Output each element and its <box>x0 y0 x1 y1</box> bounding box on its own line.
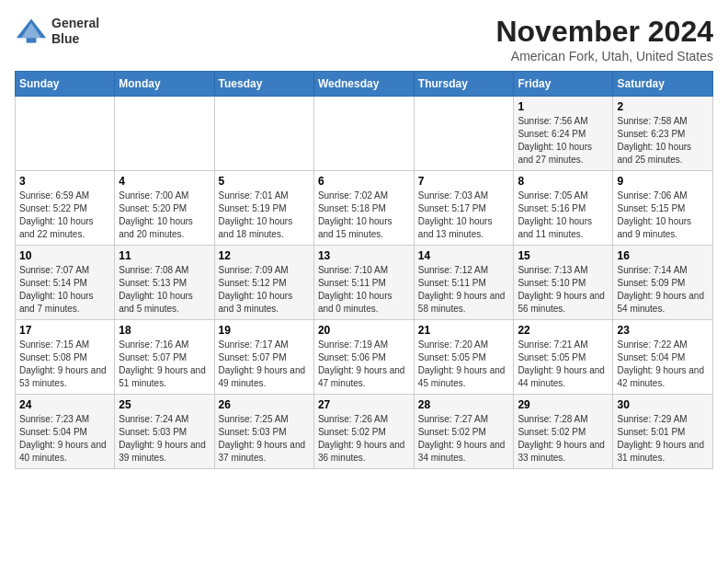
day-number: 26 <box>219 398 310 411</box>
location-title: American Fork, Utah, United States <box>495 49 713 63</box>
calendar-week-2: 3Sunrise: 6:59 AM Sunset: 5:22 PM Daylig… <box>16 171 713 246</box>
day-info: Sunrise: 7:28 AM Sunset: 5:02 PM Dayligh… <box>518 413 609 465</box>
calendar-cell: 20Sunrise: 7:19 AM Sunset: 5:06 PM Dayli… <box>313 320 414 395</box>
day-info: Sunrise: 7:03 AM Sunset: 5:17 PM Dayligh… <box>418 190 510 241</box>
calendar-cell: 8Sunrise: 7:05 AM Sunset: 5:16 PM Daylig… <box>514 171 613 246</box>
calendar-cell: 29Sunrise: 7:28 AM Sunset: 5:02 PM Dayli… <box>514 395 613 469</box>
day-info: Sunrise: 7:21 AM Sunset: 5:05 PM Dayligh… <box>518 339 609 390</box>
day-number: 28 <box>418 398 510 411</box>
day-info: Sunrise: 7:13 AM Sunset: 5:10 PM Dayligh… <box>518 264 609 316</box>
day-info: Sunrise: 7:27 AM Sunset: 5:02 PM Dayligh… <box>418 413 510 465</box>
calendar-cell: 9Sunrise: 7:06 AM Sunset: 5:15 PM Daylig… <box>613 171 713 246</box>
day-info: Sunrise: 7:29 AM Sunset: 5:01 PM Dayligh… <box>617 413 709 465</box>
calendar-cell: 6Sunrise: 7:02 AM Sunset: 5:18 PM Daylig… <box>313 171 414 246</box>
day-info: Sunrise: 7:19 AM Sunset: 5:06 PM Dayligh… <box>318 339 410 390</box>
day-info: Sunrise: 7:16 AM Sunset: 5:07 PM Dayligh… <box>119 339 210 390</box>
day-number: 22 <box>518 324 609 337</box>
day-number: 27 <box>318 398 410 411</box>
calendar-cell: 27Sunrise: 7:26 AM Sunset: 5:02 PM Dayli… <box>313 395 414 469</box>
day-number: 23 <box>617 324 709 337</box>
day-number: 29 <box>518 398 609 411</box>
day-number: 5 <box>219 175 310 188</box>
weekday-header-sunday: Sunday <box>16 72 115 97</box>
calendar-cell: 13Sunrise: 7:10 AM Sunset: 5:11 PM Dayli… <box>313 246 414 320</box>
calendar-cell <box>115 97 214 171</box>
weekday-header-monday: Monday <box>115 72 214 97</box>
day-info: Sunrise: 6:59 AM Sunset: 5:22 PM Dayligh… <box>19 190 110 241</box>
day-number: 9 <box>617 175 709 188</box>
day-info: Sunrise: 7:05 AM Sunset: 5:16 PM Dayligh… <box>518 190 609 241</box>
day-info: Sunrise: 7:20 AM Sunset: 5:05 PM Dayligh… <box>418 339 510 390</box>
calendar-week-5: 24Sunrise: 7:23 AM Sunset: 5:04 PM Dayli… <box>16 395 713 469</box>
calendar-cell: 16Sunrise: 7:14 AM Sunset: 5:09 PM Dayli… <box>613 246 713 320</box>
weekday-header-wednesday: Wednesday <box>313 72 414 97</box>
day-number: 18 <box>119 324 210 337</box>
calendar-cell: 4Sunrise: 7:00 AM Sunset: 5:20 PM Daylig… <box>115 171 214 246</box>
calendar-cell: 24Sunrise: 7:23 AM Sunset: 5:04 PM Dayli… <box>16 395 115 469</box>
calendar-cell: 19Sunrise: 7:17 AM Sunset: 5:07 PM Dayli… <box>214 320 313 395</box>
day-info: Sunrise: 7:12 AM Sunset: 5:11 PM Dayligh… <box>418 264 510 316</box>
day-number: 6 <box>318 175 410 188</box>
day-info: Sunrise: 7:09 AM Sunset: 5:12 PM Dayligh… <box>219 264 310 316</box>
calendar-cell: 26Sunrise: 7:25 AM Sunset: 5:03 PM Dayli… <box>214 395 313 469</box>
day-info: Sunrise: 7:00 AM Sunset: 5:20 PM Dayligh… <box>119 190 210 241</box>
calendar-cell <box>16 97 115 171</box>
day-number: 13 <box>318 249 410 262</box>
calendar-cell: 23Sunrise: 7:22 AM Sunset: 5:04 PM Dayli… <box>613 320 713 395</box>
weekday-header-tuesday: Tuesday <box>214 72 313 97</box>
day-info: Sunrise: 7:25 AM Sunset: 5:03 PM Dayligh… <box>219 413 310 465</box>
calendar-cell <box>214 97 313 171</box>
day-info: Sunrise: 7:17 AM Sunset: 5:07 PM Dayligh… <box>219 339 310 390</box>
day-info: Sunrise: 7:26 AM Sunset: 5:02 PM Dayligh… <box>318 413 410 465</box>
calendar-cell: 22Sunrise: 7:21 AM Sunset: 5:05 PM Dayli… <box>514 320 613 395</box>
day-number: 4 <box>119 175 210 188</box>
day-number: 24 <box>19 398 110 411</box>
day-number: 19 <box>219 324 310 337</box>
day-number: 16 <box>617 249 709 262</box>
calendar-cell: 7Sunrise: 7:03 AM Sunset: 5:17 PM Daylig… <box>414 171 514 246</box>
day-info: Sunrise: 7:22 AM Sunset: 5:04 PM Dayligh… <box>617 339 709 390</box>
calendar-week-3: 10Sunrise: 7:07 AM Sunset: 5:14 PM Dayli… <box>16 246 713 320</box>
calendar-cell: 30Sunrise: 7:29 AM Sunset: 5:01 PM Dayli… <box>613 395 713 469</box>
logo-text: General Blue <box>51 16 99 47</box>
calendar-cell: 25Sunrise: 7:24 AM Sunset: 5:03 PM Dayli… <box>115 395 214 469</box>
day-number: 1 <box>518 100 609 113</box>
day-number: 30 <box>617 398 709 411</box>
calendar-cell: 10Sunrise: 7:07 AM Sunset: 5:14 PM Dayli… <box>16 246 115 320</box>
calendar-cell: 5Sunrise: 7:01 AM Sunset: 5:19 PM Daylig… <box>214 171 313 246</box>
day-number: 10 <box>19 249 110 262</box>
calendar-table: SundayMondayTuesdayWednesdayThursdayFrid… <box>15 71 713 469</box>
day-info: Sunrise: 7:10 AM Sunset: 5:11 PM Dayligh… <box>318 264 410 316</box>
svg-rect-3 <box>27 38 37 42</box>
day-info: Sunrise: 7:56 AM Sunset: 6:24 PM Dayligh… <box>518 115 609 167</box>
day-info: Sunrise: 7:23 AM Sunset: 5:04 PM Dayligh… <box>19 413 110 465</box>
calendar-cell <box>313 97 414 171</box>
day-number: 2 <box>617 100 709 113</box>
calendar-week-4: 17Sunrise: 7:15 AM Sunset: 5:08 PM Dayli… <box>16 320 713 395</box>
day-number: 17 <box>19 324 110 337</box>
day-info: Sunrise: 7:15 AM Sunset: 5:08 PM Dayligh… <box>19 339 110 390</box>
weekday-header-friday: Friday <box>514 72 613 97</box>
day-info: Sunrise: 7:14 AM Sunset: 5:09 PM Dayligh… <box>617 264 709 316</box>
day-number: 20 <box>318 324 410 337</box>
logo: General Blue <box>15 15 99 48</box>
day-number: 15 <box>518 249 609 262</box>
day-info: Sunrise: 7:08 AM Sunset: 5:13 PM Dayligh… <box>119 264 210 316</box>
calendar-cell: 1Sunrise: 7:56 AM Sunset: 6:24 PM Daylig… <box>514 97 613 171</box>
day-info: Sunrise: 7:58 AM Sunset: 6:23 PM Dayligh… <box>617 115 709 167</box>
day-number: 14 <box>418 249 510 262</box>
weekday-header-saturday: Saturday <box>613 72 713 97</box>
day-number: 11 <box>119 249 210 262</box>
calendar-cell: 21Sunrise: 7:20 AM Sunset: 5:05 PM Dayli… <box>414 320 514 395</box>
day-number: 8 <box>518 175 609 188</box>
calendar-cell: 15Sunrise: 7:13 AM Sunset: 5:10 PM Dayli… <box>514 246 613 320</box>
day-info: Sunrise: 7:07 AM Sunset: 5:14 PM Dayligh… <box>19 264 110 316</box>
day-info: Sunrise: 7:01 AM Sunset: 5:19 PM Dayligh… <box>219 190 310 241</box>
calendar-cell: 3Sunrise: 6:59 AM Sunset: 5:22 PM Daylig… <box>16 171 115 246</box>
title-area: November 2024 American Fork, Utah, Unite… <box>495 15 713 63</box>
calendar-cell <box>414 97 514 171</box>
day-number: 25 <box>119 398 210 411</box>
calendar-cell: 2Sunrise: 7:58 AM Sunset: 6:23 PM Daylig… <box>613 97 713 171</box>
day-number: 7 <box>418 175 510 188</box>
day-number: 21 <box>418 324 510 337</box>
